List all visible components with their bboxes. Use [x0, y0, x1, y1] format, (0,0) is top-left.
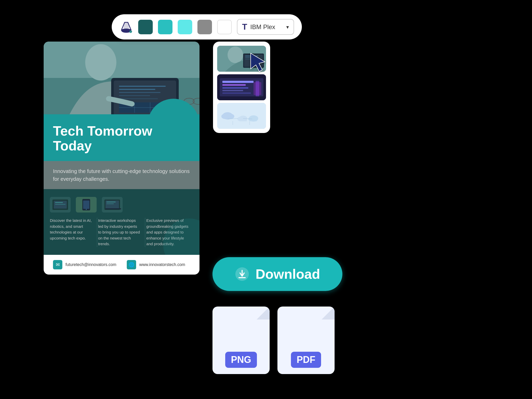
- png-download-button[interactable]: PNG: [212, 307, 270, 374]
- svg-point-4: [85, 44, 116, 81]
- svg-rect-47: [222, 92, 251, 94]
- color-swatch-teal[interactable]: [158, 20, 172, 34]
- toolbar: T IBM Plex ▾: [112, 14, 302, 39]
- font-T-icon: T: [242, 22, 247, 32]
- paint-bucket-icon[interactable]: [119, 20, 133, 34]
- color-swatch-gray[interactable]: [197, 20, 212, 34]
- cursor-arrow-icon: [249, 52, 270, 74]
- svg-rect-10: [119, 95, 150, 96]
- svg-rect-46: [222, 90, 243, 91]
- svg-rect-49: [256, 81, 259, 96]
- poster-footer: ✉ futuretech@innovators.com 🌐 www.innova…: [44, 255, 200, 275]
- svg-rect-45: [222, 87, 248, 89]
- svg-rect-9: [119, 92, 161, 93]
- download-button[interactable]: Download: [212, 257, 342, 291]
- chevron-down-icon: ▾: [286, 24, 289, 30]
- svg-point-35: [228, 46, 243, 63]
- svg-rect-44: [222, 84, 246, 86]
- feature-text-3: Exclusive previews of groundbreaking gad…: [145, 218, 193, 247]
- features-thumbnails: [50, 197, 193, 212]
- svg-rect-33: [105, 208, 121, 209]
- contact-web: 🌐 www.innovatorstech.com: [127, 260, 185, 269]
- svg-rect-31: [107, 202, 116, 202]
- svg-rect-26: [83, 201, 89, 209]
- pdf-badge: PDF: [291, 352, 321, 368]
- svg-rect-32: [107, 203, 114, 204]
- svg-rect-8: [119, 89, 155, 90]
- features-text-grid: Discover the latest in AI, robotics, and…: [50, 218, 193, 247]
- poster-title-section: Tech Tomorrow Today: [44, 114, 200, 161]
- pdf-download-button[interactable]: PDF: [277, 307, 335, 374]
- poster-features-section: Discover the latest in AI, robotics, and…: [44, 189, 200, 255]
- svg-rect-11: [119, 98, 158, 99]
- phone-slide-light: [217, 103, 266, 129]
- phone-slide-2: [217, 74, 266, 100]
- color-swatch-light-cyan[interactable]: [178, 20, 192, 34]
- svg-rect-43: [222, 81, 254, 83]
- feature-thumb-3: [102, 197, 123, 212]
- feature-thumb-2: [76, 197, 97, 212]
- poster-title: Tech Tomorrow Today: [53, 124, 190, 153]
- color-swatch-white[interactable]: [217, 20, 232, 34]
- feature-text-2: Interactive workshops led by industry ex…: [97, 218, 145, 247]
- png-badge: PNG: [225, 352, 257, 368]
- color-swatch-dark-teal[interactable]: [138, 20, 153, 34]
- file-formats-section: PNG PDF: [212, 307, 335, 374]
- globe-icon: 🌐: [127, 260, 136, 269]
- email-text: futuretech@innovators.com: [65, 262, 116, 267]
- phone-slide-dark: [217, 74, 266, 100]
- contact-email: ✉ futuretech@innovators.com: [53, 260, 116, 269]
- svg-rect-54: [224, 116, 231, 119]
- poster-subtitle-section: Innovating the future with cutting-edge …: [44, 161, 200, 189]
- email-icon: ✉: [53, 260, 62, 269]
- svg-rect-23: [55, 204, 65, 205]
- svg-marker-65: [251, 53, 265, 71]
- svg-rect-7: [119, 86, 166, 87]
- poster-canvas: Tech Tomorrow Today Innovating the futur…: [44, 42, 200, 275]
- svg-rect-57: [240, 119, 247, 121]
- font-selector[interactable]: T IBM Plex ▾: [237, 19, 294, 35]
- svg-rect-0: [124, 22, 129, 30]
- font-name-label: IBM Plex: [250, 23, 283, 31]
- svg-rect-22: [55, 202, 63, 203]
- download-label: Download: [256, 266, 320, 282]
- feature-thumb-1: [50, 197, 71, 212]
- feature-text-1: Discover the latest in AI, robotics, and…: [50, 218, 97, 247]
- download-icon: [235, 267, 249, 281]
- svg-point-27: [86, 209, 87, 210]
- phone-slide-3: [217, 103, 266, 129]
- web-text: www.innovatorstech.com: [139, 262, 185, 267]
- poster-subtitle: Innovating the future with cutting-edge …: [53, 167, 190, 183]
- svg-rect-60: [250, 119, 257, 121]
